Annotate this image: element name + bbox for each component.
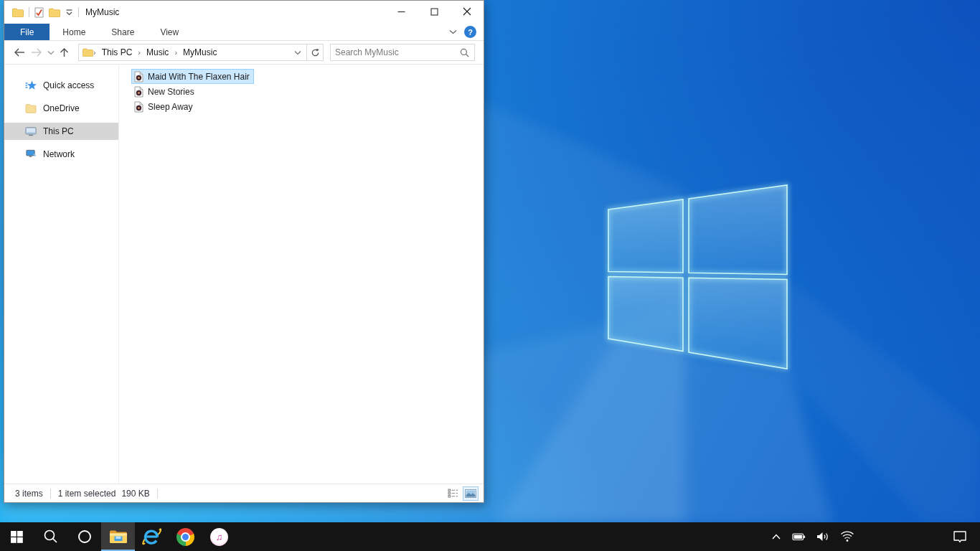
sidebar-item-network[interactable]: Network <box>4 146 118 163</box>
wifi-icon[interactable] <box>840 531 854 542</box>
start-button[interactable] <box>0 522 34 551</box>
up-button[interactable] <box>59 47 70 58</box>
onedrive-folder-icon <box>25 103 37 114</box>
search-box <box>330 44 475 61</box>
details-view-icon <box>448 489 458 498</box>
close-button[interactable] <box>451 1 484 22</box>
forward-button[interactable] <box>30 47 43 57</box>
system-tray <box>771 522 980 551</box>
minimize-icon <box>397 8 405 16</box>
sidebar-item-label: Quick access <box>43 80 94 90</box>
file-explorer-taskbar-button[interactable] <box>101 522 135 551</box>
sidebar-item-label: Network <box>43 149 75 159</box>
tab-home[interactable]: Home <box>50 24 98 40</box>
status-bar: 3 items 1 item selected 190 KB <box>4 484 484 502</box>
navigation-buttons <box>4 47 75 58</box>
tab-share[interactable]: Share <box>98 24 147 40</box>
tab-view[interactable]: View <box>147 24 192 40</box>
address-dropdown-button[interactable] <box>289 47 306 57</box>
ribbon-collapse-chevron-icon[interactable] <box>449 29 457 34</box>
back-button[interactable] <box>13 47 26 57</box>
address-bar[interactable]: › This PC › Music › MyMusic <box>78 44 307 61</box>
breadcrumb-separator: › <box>174 48 177 57</box>
breadcrumb-item-mymusic[interactable]: MyMusic <box>182 47 218 57</box>
file-name: Maid With The Flaxen Hair <box>148 72 250 82</box>
file-row[interactable]: New Stories <box>131 84 199 99</box>
selection-size: 190 KB <box>121 489 149 499</box>
help-button[interactable]: ? <box>464 26 476 38</box>
explorer-window: MyMusic File Home Share View ? <box>4 0 484 503</box>
network-icon <box>25 149 37 160</box>
action-center-button[interactable] <box>953 530 967 543</box>
hidden-icons-chevron[interactable] <box>771 533 781 540</box>
breadcrumb-separator: › <box>93 48 96 57</box>
action-center-icon <box>953 530 967 543</box>
items-count: 3 items <box>15 489 43 499</box>
cortana-circle-icon <box>77 529 92 544</box>
chevron-up-icon <box>771 533 781 540</box>
taskbar: ♫ <box>0 522 980 551</box>
chrome-icon <box>176 528 194 546</box>
internet-explorer-taskbar-button[interactable] <box>135 522 169 551</box>
tabs-right-controls: ? <box>449 24 484 40</box>
music-file-icon <box>134 71 143 83</box>
windows-start-icon <box>11 531 23 543</box>
itunes-taskbar-button[interactable]: ♫ <box>202 522 236 551</box>
window-main: Quick access OneDrive <box>4 65 484 484</box>
file-name: Sleep Away <box>148 102 193 112</box>
search-icon <box>43 529 59 545</box>
view-switcher <box>446 487 478 500</box>
chrome-icon-ring <box>181 532 190 542</box>
music-file-icon <box>134 86 143 98</box>
file-name: New Stories <box>148 87 194 97</box>
folder-icon <box>12 8 24 17</box>
volume-icon[interactable] <box>816 531 829 542</box>
sidebar-item-onedrive[interactable]: OneDrive <box>4 100 118 117</box>
minimize-button[interactable] <box>385 1 418 22</box>
refresh-icon <box>311 48 320 57</box>
selection-count: 1 item selected <box>58 489 116 499</box>
qat-properties-button[interactable] <box>34 7 44 18</box>
maximize-button[interactable] <box>418 1 451 22</box>
window-controls <box>385 1 484 24</box>
divider <box>157 489 158 499</box>
file-row[interactable]: Sleep Away <box>131 99 197 114</box>
breadcrumb: › This PC › Music › MyMusic <box>93 47 289 57</box>
breadcrumb-item-this-pc[interactable]: This PC <box>100 47 134 57</box>
address-folder-icon <box>83 48 93 57</box>
qat-new-folder-button[interactable] <box>49 8 60 17</box>
chrome-icon-center <box>182 534 189 540</box>
thumbnail-view-icon <box>465 489 476 498</box>
cortana-button[interactable] <box>67 522 101 551</box>
maximize-icon <box>430 8 438 16</box>
file-row[interactable]: Maid With The Flaxen Hair <box>131 69 254 84</box>
sidebar-item-this-pc[interactable]: This PC <box>4 123 118 140</box>
navigation-pane: Quick access OneDrive <box>4 65 119 484</box>
breadcrumb-item-music[interactable]: Music <box>145 47 170 57</box>
window-title: MyMusic <box>85 7 119 17</box>
tab-file[interactable]: File <box>4 24 50 40</box>
file-explorer-icon <box>109 529 128 545</box>
details-view-button[interactable] <box>446 487 460 500</box>
close-icon <box>463 7 471 16</box>
sidebar-item-quick-access[interactable]: Quick access <box>4 77 118 94</box>
battery-icon[interactable] <box>792 531 806 542</box>
search-input[interactable] <box>331 44 458 60</box>
search-icon[interactable] <box>458 48 474 57</box>
quick-access-toolbar <box>12 7 79 18</box>
chrome-taskbar-button[interactable] <box>169 522 202 551</box>
this-pc-monitor-icon <box>25 126 37 137</box>
itunes-icon: ♫ <box>210 528 228 546</box>
divider <box>29 7 29 17</box>
qat-customize-chevron-icon[interactable] <box>65 9 73 16</box>
ribbon-tabs: File Home Share View ? <box>4 24 484 41</box>
large-icons-view-button[interactable] <box>463 487 478 500</box>
titlebar: MyMusic <box>4 1 484 24</box>
music-file-icon <box>134 101 143 113</box>
refresh-button[interactable] <box>307 44 324 61</box>
internet-explorer-icon <box>142 527 161 546</box>
recent-locations-chevron-icon[interactable] <box>47 50 55 55</box>
sidebar-item-label: This PC <box>43 126 74 136</box>
taskbar-search-button[interactable] <box>34 522 67 551</box>
chevron-down-icon <box>294 50 301 55</box>
